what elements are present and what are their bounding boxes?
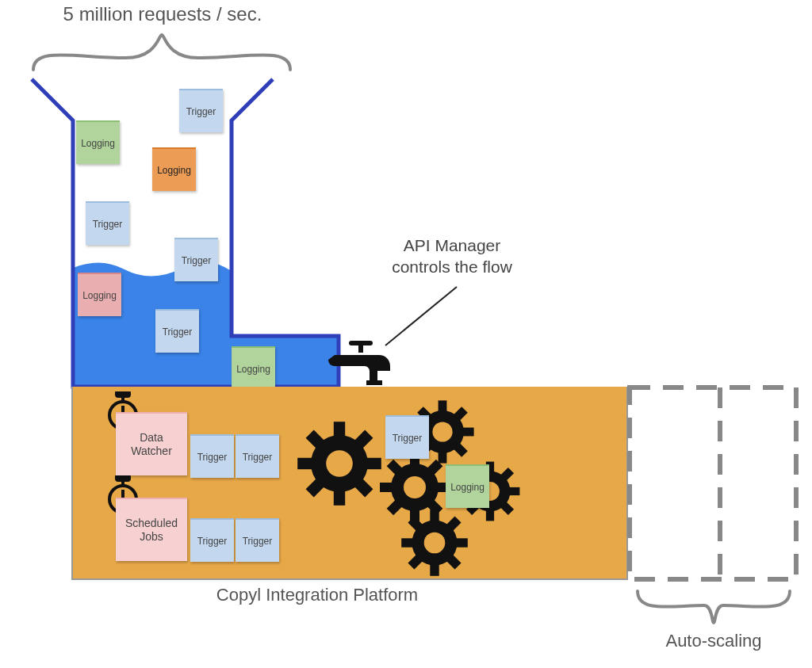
top-curly-brace-icon <box>30 30 293 78</box>
svg-rect-11 <box>117 391 129 396</box>
note-logging: Logging <box>152 147 196 191</box>
api-label-line2: controls the flow <box>392 258 512 276</box>
svg-rect-9 <box>630 387 796 579</box>
note-trigger: Trigger <box>236 434 279 478</box>
note-trigger: Trigger <box>190 518 234 562</box>
note-trigger: Trigger <box>174 238 218 281</box>
note-trigger: Trigger <box>190 434 234 478</box>
requests-per-second-label: 5 million requests / sec. <box>40 3 285 25</box>
api-manager-annotation: API Manager controls the flow <box>365 235 539 278</box>
autoscale-dashed-box-icon <box>626 384 801 584</box>
leader-line-icon <box>381 284 476 355</box>
note-logging: Logging <box>446 464 489 508</box>
note-logging: Logging <box>78 273 121 316</box>
svg-rect-16 <box>117 475 129 480</box>
svg-line-8 <box>385 287 457 345</box>
note-trigger: Trigger <box>179 89 223 132</box>
platform-label: Copyl Integration Platform <box>167 585 468 605</box>
note-trigger: Trigger <box>86 201 129 245</box>
note-data-watcher: Data Watcher <box>116 412 187 475</box>
note-trigger: Trigger <box>385 415 429 459</box>
note-logging: Logging <box>232 346 275 390</box>
note-scheduled-jobs: Scheduled Jobs <box>116 498 187 561</box>
diagram-stage: 5 million requests / sec. Trigger Loggin… <box>0 0 812 668</box>
bottom-curly-brace-icon <box>634 586 793 631</box>
autoscale-label: Auto-scaling <box>650 631 777 651</box>
note-logging: Logging <box>76 120 120 164</box>
api-label-line1: API Manager <box>404 236 501 254</box>
svg-rect-1 <box>358 343 363 353</box>
svg-rect-2 <box>366 380 382 385</box>
note-trigger: Trigger <box>155 309 199 353</box>
note-trigger: Trigger <box>236 518 279 562</box>
